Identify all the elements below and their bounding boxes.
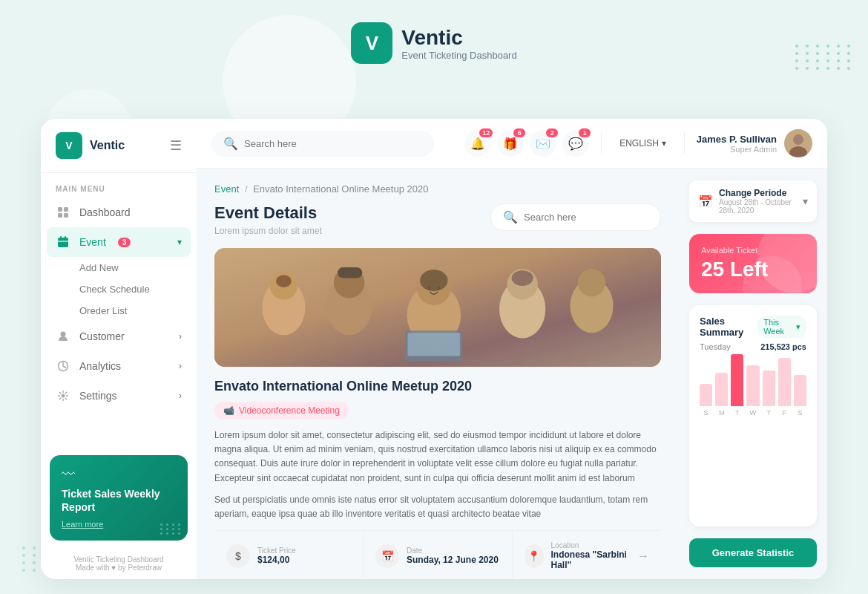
promo-learn-more-link[interactable]: Learn more [62, 520, 176, 529]
generate-statistic-button[interactable]: Generate Statistic [689, 538, 817, 567]
event-title: Envato International Online Meetup 2020 [214, 379, 661, 394]
available-ticket-label: Available Ticket [701, 246, 805, 255]
chat-button[interactable]: 💬 1 [562, 130, 589, 157]
available-ticket-count: 25 Left [701, 258, 805, 281]
breadcrumb-separator: / [245, 183, 248, 195]
page-title: Event Details [214, 203, 322, 223]
svg-point-23 [420, 270, 447, 291]
content-search-input[interactable] [524, 212, 648, 223]
location-icon: 📍 [525, 544, 544, 568]
content-search-box[interactable]: 🔍 [490, 203, 661, 231]
bar-col-W-3: W [746, 365, 759, 417]
date-label: Date [407, 546, 499, 555]
chart-icon [56, 359, 70, 373]
nav-search-input[interactable] [244, 138, 422, 149]
sidebar-item-event[interactable]: Event 3 ▾ [47, 227, 191, 257]
language-selector[interactable]: ENGLISH ▾ [614, 138, 672, 148]
sidebar-item-customer[interactable]: Customer › [41, 322, 197, 351]
nav-icons: 🔔 12 🎁 6 ✉️ 2 💬 1 [464, 129, 812, 157]
bar-T-4 [763, 371, 775, 406]
chevron-right-icon-settings: › [179, 391, 182, 401]
gift-button[interactable]: 🎁 6 [497, 130, 524, 157]
ticket-price-label: Ticket Price [257, 546, 296, 555]
event-meta-location: 📍 Location Indonesa "Sarbini Hall" → [513, 531, 661, 579]
notification-bell-button[interactable]: 🔔 12 [464, 130, 491, 157]
chevron-down-lang-icon: ▾ [662, 138, 666, 148]
bar-col-F-5: F [778, 358, 791, 417]
bar-F-5 [778, 358, 791, 406]
svg-point-17 [276, 275, 292, 287]
app-subtitle: Event Ticketing Dashboard [401, 50, 516, 61]
top-header: V Ventic Event Ticketing Dashboard [0, 0, 868, 79]
svg-rect-6 [65, 236, 66, 240]
language-label: ENGLISH [619, 138, 659, 148]
sidebar-footer: Ventic Ticketing Dashboard Made with ♥ b… [41, 548, 197, 579]
sales-week-label: This Week [763, 318, 793, 336]
arrow-right-icon[interactable]: → [637, 549, 649, 563]
chat-badge: 1 [579, 128, 591, 137]
sidebar-sub-check-schedule[interactable]: Check Schedule [41, 278, 197, 300]
bar-W-3 [746, 365, 759, 406]
sales-week-button[interactable]: This Week ▾ [757, 316, 806, 338]
bar-label-W-3: W [750, 409, 757, 417]
gear-icon [56, 388, 70, 403]
mail-button[interactable]: ✉️ 2 [530, 130, 556, 157]
user-role: Super Admin [697, 145, 777, 154]
svg-point-8 [61, 332, 66, 337]
chevron-down-week-icon: ▾ [796, 322, 800, 332]
sidebar-item-event-label: Event [79, 236, 106, 248]
sidebar-item-settings[interactable]: Settings › [41, 381, 197, 411]
event-meta-ticket: $ Ticket Price $124,00 [214, 531, 364, 579]
bar-col-T-2: T [731, 354, 743, 417]
event-description-2: Sed ut perspiciatis unde omnis iste natu… [214, 493, 661, 521]
period-selector[interactable]: 📅 Change Periode August 28th - October 2… [689, 180, 817, 222]
sidebar-sub-add-new[interactable]: Add New [41, 257, 197, 278]
chevron-right-icon-analytics: › [179, 361, 182, 371]
sales-day-label: Tuesday [700, 342, 731, 351]
nav-search-box[interactable]: 🔍 [211, 131, 434, 157]
bar-S-0 [700, 384, 712, 406]
event-tag-label: Videoconference Meeting [239, 405, 340, 416]
sidebar-sub-order-list[interactable]: Oreder List [41, 300, 197, 322]
breadcrumb: Event / Envato International Online Meet… [214, 183, 661, 195]
bar-col-S-0: S [700, 384, 712, 417]
bar-chart: SMTWTFS [700, 357, 806, 417]
top-nav: 🔍 🔔 12 🎁 6 ✉️ 2 [197, 119, 827, 169]
available-ticket-card: Available Ticket 25 Left [689, 234, 817, 293]
promo-card-title: Ticket Sales Weekly Report [62, 487, 176, 514]
app-name: Ventic [401, 26, 516, 50]
location-value: Indonesa "Sarbini Hall" [551, 549, 630, 570]
breadcrumb-parent[interactable]: Event [214, 183, 239, 195]
mail-icon: ✉️ [536, 137, 550, 151]
sidebar-item-analytics[interactable]: Analytics › [41, 351, 197, 381]
svg-rect-3 [64, 213, 68, 218]
period-date: August 28th - October 28th, 2020 [719, 198, 797, 215]
sidebar-item-dashboard-label: Dashboard [79, 206, 131, 218]
sidebar-hamburger-icon[interactable]: ☰ [170, 137, 182, 154]
user-name: James P. Sullivan [697, 134, 777, 145]
chevron-down-period-icon[interactable]: ▾ [803, 195, 808, 207]
sidebar-footer-credit: Made with ♥ by Peterdraw [53, 564, 185, 572]
gift-badge: 6 [513, 128, 525, 137]
svg-point-10 [62, 394, 65, 398]
grid-icon [56, 205, 70, 220]
user-icon [56, 329, 70, 344]
svg-rect-20 [338, 267, 362, 278]
nav-user[interactable]: James P. Sullivan Super Admin [697, 129, 812, 157]
video-icon: 📹 [223, 405, 234, 416]
sidebar-item-dashboard[interactable]: Dashboard [41, 198, 197, 227]
nav-divider [601, 132, 602, 154]
content-area: Event / Envato International Online Meet… [197, 169, 827, 579]
sidebar-item-analytics-label: Analytics [79, 360, 121, 372]
bar-col-S-6: S [794, 375, 806, 417]
bell-badge: 12 [479, 128, 493, 137]
sales-summary-title: Sales Summary [700, 316, 757, 338]
svg-point-12 [793, 134, 803, 145]
bar-T-2 [731, 354, 743, 406]
svg-rect-2 [58, 213, 62, 218]
chevron-down-icon: ▾ [177, 237, 182, 247]
bar-label-S-0: S [704, 409, 708, 417]
svg-point-31 [428, 287, 431, 290]
page-title-row: Event Details Lorem ipsum dolor sit amet… [214, 203, 661, 236]
event-meta: $ Ticket Price $124,00 📅 Date Sunday, 12… [214, 530, 661, 579]
